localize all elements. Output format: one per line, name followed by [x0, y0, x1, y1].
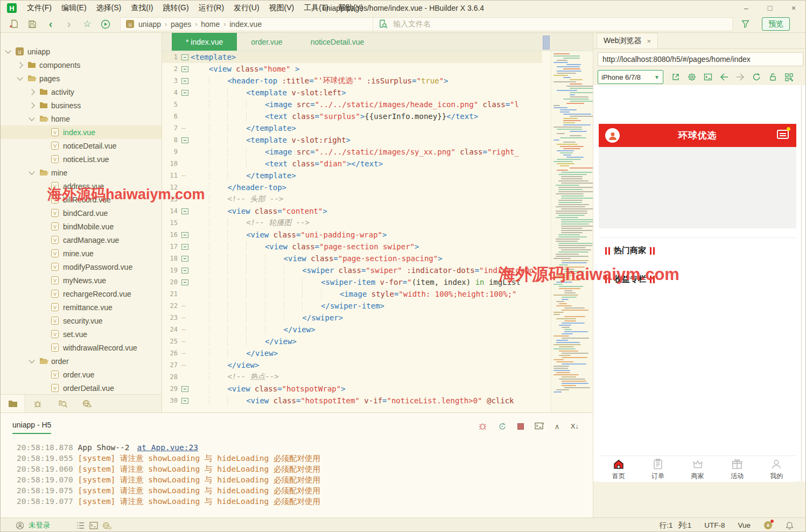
- tree-item-order[interactable]: order: [1, 354, 162, 368]
- tree-item-withdrawalRecord.vue[interactable]: VwithdrawalRecord.vue: [1, 341, 162, 354]
- close-browser-tab-icon[interactable]: ×: [647, 37, 651, 45]
- editor-tab-index.vue[interactable]: * index.vue: [172, 33, 237, 51]
- code-line[interactable]: 19 <swiper class="swiper" :indicator-dot…: [162, 264, 542, 276]
- tree-item-pages[interactable]: pages: [1, 72, 162, 85]
- breadcrumb-item[interactable]: home: [201, 20, 220, 29]
- web-browser-tab[interactable]: Web浏览器 ×: [597, 33, 658, 48]
- code-line[interactable]: 24 </view>: [162, 324, 542, 335]
- stop-icon[interactable]: [517, 423, 524, 430]
- code-line[interactable]: 28 <!-- 热点-->: [162, 371, 542, 383]
- menu-item[interactable]: 选择(S): [92, 3, 127, 13]
- navigate-forward-button[interactable]: ›: [60, 17, 78, 31]
- minimize-button[interactable]: –: [734, 1, 758, 16]
- outline-icon[interactable]: [76, 522, 85, 529]
- tree-item-rechargeRecord.vue[interactable]: VrechargeRecord.vue: [1, 287, 162, 300]
- url-bar[interactable]: http://localhost:8080/h5/#/pages/home/in…: [598, 52, 803, 66]
- tree-item-business[interactable]: business: [1, 99, 162, 112]
- code-line[interactable]: 8 <template v-slot:right>: [162, 134, 542, 146]
- tree-item-uniapp[interactable]: uuniapp: [1, 45, 162, 58]
- menu-item[interactable]: 跳转(G): [158, 3, 193, 13]
- encoding[interactable]: UTF-8: [704, 521, 725, 529]
- chevron-right-icon[interactable]: [29, 102, 34, 108]
- network-icon[interactable]: [102, 522, 112, 529]
- menu-item[interactable]: 文件(F): [22, 3, 57, 13]
- code-line[interactable]: 6 <text class="surplus">{{userInfo.money…: [162, 110, 542, 122]
- login-status[interactable]: 未登录: [29, 521, 51, 530]
- collapse-console-icon[interactable]: ∧: [555, 422, 560, 431]
- terminal-icon[interactable]: [535, 422, 544, 430]
- avatar[interactable]: [605, 128, 620, 143]
- phone-tab-order[interactable]: 订单: [638, 456, 677, 482]
- tree-item-security.vue[interactable]: Vsecurity.vue: [1, 314, 162, 327]
- device-selector[interactable]: iPhone 6/7/8 ▼: [598, 70, 663, 84]
- fold-open-icon[interactable]: [181, 232, 188, 238]
- new-file-button[interactable]: [5, 17, 23, 31]
- code-line[interactable]: 4 <template v-slot:left>: [162, 87, 542, 99]
- fold-open-icon[interactable]: [181, 244, 188, 250]
- code-line[interactable]: 15 <!-- 轮播图 -->: [162, 217, 542, 229]
- bookmark-star-button[interactable]: ☆: [78, 17, 96, 31]
- code-line[interactable]: 25 </view>: [162, 335, 542, 347]
- code-line[interactable]: 16 <view class="uni-padding-wrap">: [162, 229, 542, 241]
- clear-console-icon[interactable]: X↓: [571, 422, 579, 430]
- tree-item-mine.vue[interactable]: Vmine.vue: [1, 247, 162, 260]
- console-button[interactable]: [700, 70, 716, 84]
- debug-bug-icon[interactable]: [478, 422, 487, 431]
- language-mode[interactable]: Vue: [738, 521, 751, 529]
- tree-item-noticeDetail.vue[interactable]: VnoticeDetail.vue: [1, 139, 162, 152]
- code-line[interactable]: 30 <view class="hotspotItem" v-if="notic…: [162, 395, 542, 407]
- code-line[interactable]: 1<template>: [162, 51, 542, 63]
- filter-button[interactable]: [736, 17, 754, 31]
- phone-tab-gift[interactable]: 活动: [717, 456, 756, 482]
- fold-open-icon[interactable]: [181, 386, 188, 392]
- code-line[interactable]: 29 <view class="hotspotWrap">: [162, 383, 542, 395]
- code-line[interactable]: 18 <view class="page-section-spacing">: [162, 253, 542, 264]
- tree-item-set.vue[interactable]: Vset.vue: [1, 327, 162, 341]
- code-lines[interactable]: 1<template>2 <view class="home" >3 <head…: [162, 51, 542, 412]
- swiper-placeholder[interactable]: [599, 147, 796, 228]
- code-line[interactable]: 27 </view>: [162, 359, 542, 371]
- code-line[interactable]: 3 <header-top :title="'环球优选'" :isSurplus…: [162, 75, 542, 87]
- browser-back-button[interactable]: [716, 70, 732, 84]
- tree-item-remittance.vue[interactable]: Vremittance.vue: [1, 300, 162, 314]
- breadcrumb-item[interactable]: uniapp: [138, 20, 161, 29]
- fold-open-icon[interactable]: [181, 256, 188, 262]
- editor-scrollbar-thumb[interactable]: [543, 36, 550, 50]
- code-line[interactable]: 14 <view class="content">: [162, 205, 542, 217]
- phone-tab-user[interactable]: 我的: [757, 456, 796, 482]
- phone-tab-shop[interactable]: 商家: [678, 456, 717, 482]
- fold-open-icon[interactable]: [181, 137, 188, 143]
- tree-item-bindCard.vue[interactable]: VbindCard.vue: [1, 206, 162, 220]
- preview-button[interactable]: 预览: [762, 17, 790, 31]
- code-line[interactable]: 11 </template>: [162, 170, 542, 181]
- browser-forward-button[interactable]: [732, 70, 748, 84]
- menu-item[interactable]: 发行(U): [229, 3, 264, 13]
- explorer-tab[interactable]: [1, 395, 25, 412]
- fold-open-icon[interactable]: [181, 208, 188, 214]
- console-tab[interactable]: uniapp - H5: [12, 421, 51, 434]
- tree-item-myNews.vue[interactable]: VmyNews.vue: [1, 274, 162, 287]
- refresh-button[interactable]: [748, 70, 765, 84]
- chevron-right-icon[interactable]: [29, 89, 34, 95]
- code-line[interactable]: 22 </swiper-item>: [162, 300, 542, 312]
- tree-item-cardManage.vue[interactable]: VcardManage.vue: [1, 233, 162, 247]
- search-tab[interactable]: [50, 395, 75, 412]
- code-line[interactable]: 17 <view class="page-section swiper">: [162, 241, 542, 253]
- chevron-down-icon[interactable]: [29, 169, 34, 174]
- code-line[interactable]: 9 <image src="../../static/images/sy_xx.…: [162, 146, 542, 158]
- settings-button[interactable]: [684, 70, 700, 84]
- bell-icon[interactable]: [786, 521, 794, 530]
- chevron-down-icon[interactable]: [29, 115, 34, 121]
- phone-tab-home[interactable]: 首页: [599, 456, 638, 482]
- code-line[interactable]: 2 <view class="home" >: [162, 63, 542, 75]
- file-search-bar[interactable]: 输入文件名: [373, 17, 733, 31]
- fold-open-icon[interactable]: [181, 90, 188, 96]
- tree-item-noticeList.vue[interactable]: VnoticeList.vue: [1, 152, 162, 166]
- breadcrumb-item[interactable]: index.vue: [229, 20, 262, 29]
- chevron-down-icon[interactable]: [29, 357, 34, 363]
- marketplace-tab[interactable]: [75, 395, 100, 412]
- run-button[interactable]: [96, 17, 115, 31]
- fold-open-icon[interactable]: [181, 66, 188, 72]
- fold-open-icon[interactable]: [181, 268, 188, 274]
- fold-open-icon[interactable]: [181, 398, 188, 404]
